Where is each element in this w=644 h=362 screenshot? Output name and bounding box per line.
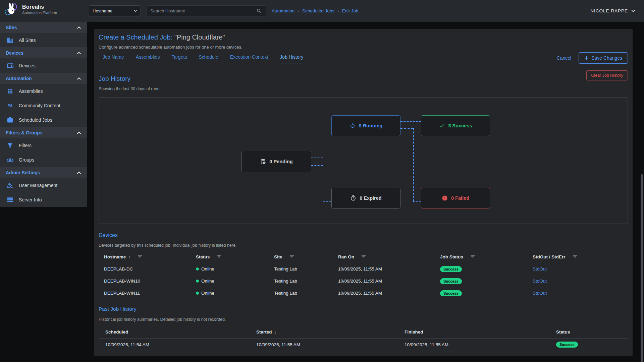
sidebar-item-label: All Sites — [19, 38, 36, 43]
hostname-cell: DEEPLAB-WIN10 — [99, 279, 191, 284]
column-header-ran-on[interactable]: Ran On — [333, 254, 435, 259]
column-header-finished[interactable]: Finished — [398, 329, 549, 335]
sidebar-item-label: Assemblies — [19, 88, 43, 94]
stdout-cell: StdOut — [527, 291, 628, 296]
flow-node-running[interactable]: 0 Running — [331, 115, 400, 136]
sidebar-section-admin-settings[interactable]: Admin Settings — [0, 167, 87, 178]
site-cell: Testing Lab — [269, 266, 333, 272]
hostname-cell: DEEPLAB-DC — [99, 266, 191, 272]
vertical-scrollbar[interactable] — [641, 174, 643, 362]
sidebar-section-sites[interactable]: Sites — [0, 22, 87, 33]
column-header-status[interactable]: Status — [549, 329, 628, 335]
sidebar-section-filters-groups[interactable]: Filters & Groups — [0, 127, 87, 138]
sidebar-item-scheduled-jobs[interactable]: Scheduled Jobs — [0, 113, 87, 127]
sidebar-item-label: Scheduled Jobs — [19, 117, 52, 123]
hostname-select[interactable]: Hostname — [89, 5, 141, 16]
sidebar-section-automation[interactable]: Automation — [0, 73, 87, 84]
table-row[interactable]: 10/09/2025, 11:54 AM 10/09/2025, 11:55 A… — [99, 339, 628, 351]
column-header-hostname[interactable]: Hostname ↑ — [99, 254, 191, 259]
sidebar-item-community-content[interactable]: Community Content — [0, 98, 87, 113]
sidebar-item-groups[interactable]: Groups — [0, 153, 87, 167]
column-header-started[interactable]: Started↓ — [250, 329, 398, 335]
flow-node-pending[interactable]: 0 Pending — [241, 151, 311, 172]
tab-job-history[interactable]: Job History — [280, 54, 303, 63]
flow-node-failed[interactable]: 0 Failed — [421, 188, 490, 208]
filter-menu-icon[interactable] — [573, 255, 577, 258]
flow-node-label: 3 Success — [448, 123, 472, 128]
breadcrumb-separator: › — [337, 8, 339, 14]
sidebar-item-filters[interactable]: Filters — [0, 138, 87, 153]
sidebar-item-assemblies[interactable]: Assemblies — [0, 84, 87, 98]
sidebar-item-label: User Management — [19, 183, 57, 188]
status-cell: Online — [191, 291, 269, 296]
chevron-up-icon — [77, 77, 81, 80]
hostname-select-value: Hostname — [93, 8, 112, 13]
buildings-icon — [7, 37, 13, 44]
table-row[interactable]: DEEPLAB-WIN11 Online Testing Lab 10/09/2… — [99, 287, 628, 299]
column-header-site[interactable]: Site — [269, 254, 333, 259]
connector-line — [400, 121, 421, 122]
clear-job-history-button[interactable]: Clear Job History — [586, 70, 628, 80]
table-row[interactable]: DEEPLAB-WIN10 Online Testing Lab 10/09/2… — [99, 275, 628, 287]
sidebar-item-devices[interactable]: Devices — [0, 58, 87, 73]
tab-execution-context[interactable]: Execution Context — [230, 54, 268, 63]
connector-line — [323, 122, 323, 201]
sidebar-section-label: Admin Settings — [6, 170, 40, 175]
status-cell: Online — [191, 266, 269, 272]
top-bar: Borealis Automation Platform Hostname Au… — [0, 0, 644, 22]
sort-asc-icon[interactable]: ↑ — [128, 254, 130, 259]
save-changes-label: Save Changes — [591, 55, 622, 61]
tab-targets[interactable]: Targets — [171, 54, 187, 63]
column-header-status[interactable]: Status — [191, 254, 269, 259]
sidebar-item-all-sites[interactable]: All Sites — [0, 33, 87, 47]
breadcrumb-scheduled-jobs[interactable]: Scheduled Jobs — [302, 8, 334, 13]
user-menu[interactable]: NICOLE RAPPE — [590, 0, 635, 22]
chevron-up-icon — [77, 52, 81, 54]
filter-menu-icon[interactable] — [361, 255, 366, 258]
status-cell: Success — [549, 342, 628, 348]
past-table-header: Scheduled Started↓ Finished Status — [99, 326, 628, 339]
devices-subheading: Devices targeted by this scheduled job. … — [99, 243, 236, 248]
stdout-link[interactable]: StdOut — [533, 291, 547, 296]
connector-line — [400, 128, 413, 129]
sidebar-section-label: Devices — [6, 50, 23, 56]
tab-schedule[interactable]: Schedule — [199, 54, 218, 63]
user-settings-icon — [7, 182, 13, 189]
user-name: NICOLE RAPPE — [590, 8, 628, 13]
sort-desc-icon[interactable]: ↓ — [274, 329, 277, 335]
page-actions: Cancel Save Changes — [557, 52, 628, 64]
site-cell: Testing Lab — [269, 291, 333, 296]
breadcrumb-separator: › — [298, 8, 299, 14]
started-cell: 10/09/2025, 11:55 AM — [250, 342, 398, 347]
ran-on-cell: 10/09/2025, 11:55 AM — [333, 291, 435, 296]
past-job-history-subheading: Historical job history summaries. Detail… — [99, 317, 226, 322]
stdout-cell: StdOut — [527, 266, 628, 272]
cancel-button[interactable]: Cancel — [557, 55, 572, 61]
column-header-scheduled[interactable]: Scheduled — [99, 329, 250, 335]
server-icon — [7, 196, 13, 203]
flow-node-expired[interactable]: 0 Expired — [331, 188, 400, 208]
flow-node-success[interactable]: 3 Success — [421, 115, 490, 136]
people-icon — [7, 102, 13, 109]
filter-menu-icon[interactable] — [470, 255, 475, 258]
filter-menu-icon[interactable] — [289, 255, 294, 258]
filter-menu-icon[interactable] — [217, 255, 221, 258]
column-header-stdout-stderr[interactable]: StdOut / StdErr — [527, 254, 628, 259]
page-title-prefix: Create a Scheduled Job: — [99, 34, 172, 41]
breadcrumb-automation[interactable]: Automation — [272, 8, 294, 13]
stdout-link[interactable]: StdOut — [533, 266, 547, 272]
stdout-link[interactable]: StdOut — [533, 279, 547, 284]
tab-job-name[interactable]: Job Name — [103, 54, 124, 63]
tab-assemblies[interactable]: Assemblies — [136, 54, 160, 63]
column-header-job-status[interactable]: Job Status — [435, 254, 527, 259]
sidebar-item-user-management[interactable]: User Management — [0, 178, 87, 192]
sync-icon — [350, 123, 356, 129]
search-input[interactable] — [150, 8, 256, 13]
filter-menu-icon[interactable] — [138, 255, 142, 258]
sidebar-item-server-info[interactable]: Server Info — [0, 192, 87, 207]
site-cell: Testing Lab — [269, 279, 333, 284]
sidebar-section-devices[interactable]: Devices — [0, 47, 87, 58]
save-changes-button[interactable]: Save Changes — [579, 52, 628, 64]
table-row[interactable]: DEEPLAB-DC Online Testing Lab 10/09/2025… — [99, 263, 628, 275]
breadcrumb-edit-job[interactable]: Edit Job — [342, 8, 359, 13]
